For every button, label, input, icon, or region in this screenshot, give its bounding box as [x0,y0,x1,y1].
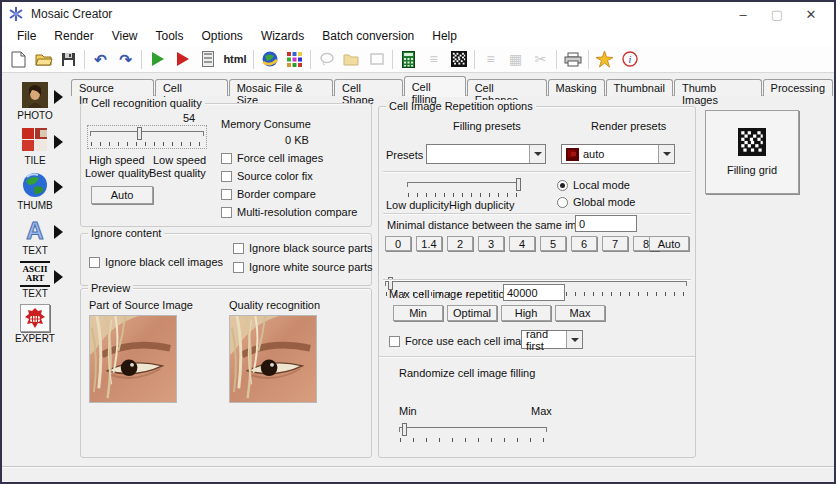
distance-3-button[interactable]: 3 [478,236,504,251]
checkbox-box [221,153,232,164]
run-red-icon [177,52,189,66]
global-mode-radio[interactable]: Global mode [557,196,635,208]
repetition-max-button[interactable]: Max [555,305,605,321]
sidebar-item-thumb[interactable]: THUMB [5,171,65,211]
recognition-quality-slider[interactable] [90,127,204,147]
tab-cell-filling[interactable]: Cell filling [404,76,466,96]
auto-recognition-button[interactable]: Auto [91,186,153,204]
wizard-button[interactable] [592,48,617,71]
max-repetition-input[interactable]: 40000 [503,284,565,301]
menu-wizards[interactable]: Wizards [252,27,313,45]
distance-7-button[interactable]: 7 [602,236,628,251]
menu-options[interactable]: Options [193,27,252,45]
open-file-button[interactable] [31,48,56,71]
tab-cell-enhance[interactable]: Cell Enhance [467,79,547,96]
min-distance-input[interactable]: 0 [575,215,637,232]
multi-resolution-compare-checkbox[interactable]: Multi-resolution compare [221,206,357,218]
ignore-black-source-parts-checkbox[interactable]: Ignore black source parts [233,242,373,254]
force-use-each-cell-checkbox[interactable]: Force use each cell image [389,335,533,347]
tab-thumb-images[interactable]: Thumb Images [674,79,762,96]
distance-4-button[interactable]: 4 [509,236,535,251]
tile-expand-arrow-icon[interactable] [54,135,63,149]
letter-a-icon: A [20,216,50,244]
ignore-white-source-parts-checkbox[interactable]: Ignore white source parts [233,261,373,273]
calculator-icon [402,51,415,68]
rows-2-button[interactable]: ≡ [478,48,503,71]
lasso-button[interactable] [314,48,339,71]
group-title: Cell Image Repetition options [386,100,536,112]
thumb-expand-arrow-icon[interactable] [54,180,63,194]
sidebar-item-expert[interactable]: EXPERT [5,304,65,344]
tab-processing[interactable]: Processing [763,79,833,96]
browser-preview-button[interactable] [257,48,282,71]
cut-button[interactable]: ✂ [528,48,553,71]
html-export-button[interactable]: html [220,48,250,71]
redo-button[interactable]: ↷ [113,48,138,71]
menu-tools[interactable]: Tools [147,27,193,45]
menu-file[interactable]: File [8,27,45,45]
undo-button[interactable]: ↶ [88,48,113,71]
menu-view[interactable]: View [103,27,147,45]
distance-1-4-button[interactable]: 1.4 [416,236,442,251]
render-presets-combo[interactable]: auto [561,144,675,164]
calculator-button[interactable] [396,48,421,71]
grid-2-button[interactable]: ▦ [503,48,528,71]
wizard-star-icon [596,51,613,68]
save-button[interactable] [56,48,81,71]
repetition-min-button[interactable]: Min [393,305,443,321]
menu-batch-conversion[interactable]: Batch conversion [313,27,423,45]
maximize-button[interactable]: ▢ [760,3,794,25]
sidebar-item-photo[interactable]: PHOTO [5,81,65,121]
sidebar-item-tile[interactable]: TILE [5,126,65,166]
force-cell-images-checkbox[interactable]: Force cell images [221,152,323,164]
photo-expand-arrow-icon[interactable] [54,90,63,104]
combo-dropdown-button[interactable] [566,331,582,348]
distance-0-button[interactable]: 0 [385,236,411,251]
duplicity-slider[interactable] [407,178,521,198]
combo-dropdown-button[interactable] [658,145,674,163]
film-list-button[interactable] [195,48,220,71]
frame-button[interactable] [364,48,389,71]
tab-masking[interactable]: Masking [548,79,605,96]
print-button[interactable] [560,48,585,71]
rows-button[interactable]: ≡ [421,48,446,71]
repetition-high-button[interactable]: High [501,305,551,321]
tab-cell-shape[interactable]: Cell Shape [334,79,403,96]
text-expand-arrow-icon[interactable] [54,225,63,239]
close-button[interactable]: ✕ [794,3,828,25]
randomize-slider[interactable] [399,423,547,443]
repetition-optimal-button[interactable]: Optimal [447,305,497,321]
tab-cell-images[interactable]: Cell Images [155,79,228,96]
render-stop-button[interactable] [170,48,195,71]
project-folder-button[interactable] [339,48,364,71]
ascii-expand-arrow-icon[interactable] [54,270,63,284]
render-start-button[interactable] [145,48,170,71]
source-color-fix-checkbox[interactable]: Source color fix [221,170,313,182]
menu-render[interactable]: Render [45,27,102,45]
distance-auto-button[interactable]: Auto [649,236,689,251]
tab-source-image[interactable]: Source Image [71,79,154,96]
filling-grid-button[interactable]: Filling grid [705,110,799,194]
new-file-button[interactable] [6,48,31,71]
sidebar-item-text[interactable]: A TEXT [5,216,65,256]
menu-help[interactable]: Help [423,27,466,45]
force-order-combo[interactable]: rand first [521,330,583,349]
distance-6-button[interactable]: 6 [571,236,597,251]
tab-mosaic-file-size[interactable]: Mosaic File & Size [229,79,333,96]
distance-2-button[interactable]: 2 [447,236,473,251]
tab-thumbnail[interactable]: Thumbnail [606,79,673,96]
filling-presets-combo[interactable] [426,144,546,164]
border-compare-checkbox[interactable]: Border compare [221,188,316,200]
distance-5-button[interactable]: 5 [540,236,566,251]
local-mode-radio[interactable]: Local mode [557,179,630,191]
sidebar-item-ascii-art[interactable]: ASCII ART TEXT [5,261,65,299]
chevron-down-icon [663,152,671,160]
info-button[interactable]: i [617,48,642,71]
mosaic-grid-button[interactable] [282,48,307,71]
svg-text:i: i [628,54,631,65]
ignore-black-cell-images-checkbox[interactable]: Ignore black cell images [89,256,223,268]
minimize-button[interactable]: – [726,3,760,25]
bw-grid-button[interactable] [446,48,471,71]
combo-dropdown-button[interactable] [529,145,545,163]
sidebar-item-label: TEXT [22,245,48,256]
